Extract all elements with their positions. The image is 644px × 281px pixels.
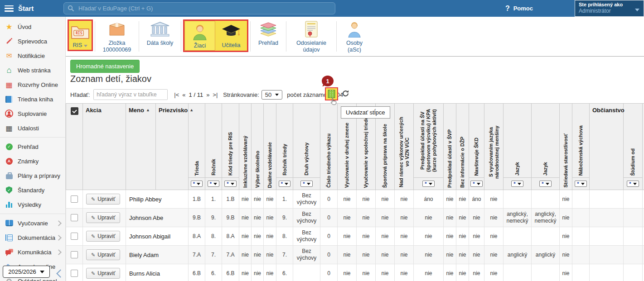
column-header-cislo-rozhodnutia-o-prijati[interactable]: Číslo rozhodnutia o prijatí xyxy=(643,104,644,190)
column-header-jazyk[interactable]: Jazyk* xyxy=(504,104,532,190)
column-filter-select[interactable]: * xyxy=(627,181,639,187)
sidebar-item-sprievodca[interactable]: Sprievodca xyxy=(0,34,65,48)
column-header-inkluzivne-vzdelavany[interactable]: Inkluzívne vzdelávaný xyxy=(239,104,252,190)
sidebar-item-vysledky[interactable]: Výsledky xyxy=(0,197,65,212)
edit-button[interactable]: ✎Upraviť xyxy=(86,212,120,223)
sidebar-item-standardy[interactable]: ✓ Štandardy xyxy=(0,183,65,197)
column-filter-select[interactable]: * xyxy=(422,181,434,187)
column-filter-select[interactable]: * xyxy=(300,181,312,187)
column-header-druh-vychovy[interactable]: Druh výchovy* xyxy=(293,104,320,190)
hamburger-menu-icon[interactable] xyxy=(5,5,14,12)
sidebar-item-znamky[interactable]: A Známky xyxy=(0,154,65,168)
column-header-s-vyucovanim-jazyka-narodnostnej-mensiny[interactable]: S vyučovaním jazyka národnostnej menšiny xyxy=(484,104,504,190)
pager-prev-button[interactable]: « xyxy=(182,91,185,98)
data-cell xyxy=(572,209,590,227)
column-header-kod-triedy-pre-ris[interactable]: Kód triedy pre RIS* xyxy=(222,104,239,190)
column-header-dualne-vzdelavanie[interactable]: Duálne vzdelávanie xyxy=(264,104,276,190)
column-header-bez-informacie-o-dzp[interactable]: Bez informácie o DŽP xyxy=(456,104,469,190)
data-cell xyxy=(572,264,590,281)
sidebar-item-triedna-kniha[interactable]: Triedna kniha xyxy=(0,92,65,106)
global-search-input[interactable] xyxy=(77,5,331,12)
sidebar-item-plany[interactable]: Plány a prípravy xyxy=(0,168,65,183)
toolbar-item-osoby[interactable]: Osoby (aSc) xyxy=(339,19,370,56)
column-header-striedava-starostlivost[interactable]: Striedavá starostlivosť xyxy=(560,104,572,190)
column-header-nabozenska-vychova[interactable]: Náboženská výchova* xyxy=(572,104,590,190)
edit-button[interactable]: ✎Upraviť xyxy=(86,249,120,260)
school-year-select[interactable]: 2025/2026 xyxy=(3,266,50,278)
column-header-nad-ramec-vykonov-urcenych-vo-vzn-vuc[interactable]: Nad rámec výkonov určených vo VZN VÚC xyxy=(395,104,414,190)
pager-last-button[interactable]: >| xyxy=(213,91,218,98)
start-menu-button[interactable]: Štart xyxy=(18,5,34,12)
column-header-obcianstvo[interactable]: Občianstvo xyxy=(590,104,624,190)
column-filter-select[interactable]: * xyxy=(279,181,291,187)
toolbar-item-ziaci[interactable]: Žiaci xyxy=(184,21,215,51)
toolbar-item-ucitelia[interactable]: Učitelia xyxy=(215,21,247,51)
table-search-input[interactable] xyxy=(93,89,168,100)
column-header-predpoklad-ucasti-na-sv-sportovom-vycviku-kpa-kurze-pohybovych-aktivit[interactable]: Predpoklad účasti na ŠV (športovom výcvi… xyxy=(414,104,444,190)
select-all-checkbox[interactable] xyxy=(71,107,78,115)
sidebar-item-web-stranka[interactable]: ⌂ Web stránka xyxy=(0,63,65,77)
column-header-cislo-triedneho-vykazu[interactable]: Číslo triedneho výkazu xyxy=(320,104,338,190)
row-action-cell: ✎Upraviť xyxy=(83,190,126,209)
column-filter-select[interactable]: * xyxy=(224,181,236,187)
column-header-navstevuje-skd[interactable]: Navštevuje ŠKD* xyxy=(469,104,484,190)
user-label: Ste prihlásený ako xyxy=(579,2,640,7)
column-label: Akcia xyxy=(83,104,126,117)
toolbar-item-prehlad[interactable]: Prehľad xyxy=(252,19,284,56)
edit-button[interactable]: ✎Upraviť xyxy=(86,231,120,242)
column-header-studium-od[interactable]: Štúdium od* xyxy=(624,104,643,190)
column-filter-select[interactable]: * xyxy=(191,181,203,187)
sidebar-item-notifikacie[interactable]: ✉ Notifikácie xyxy=(0,48,65,63)
sidebar-item-suplovanie[interactable]: Suplovanie xyxy=(0,106,65,121)
chevron-down-icon xyxy=(231,183,234,185)
column-filter-select[interactable]: * xyxy=(511,181,523,187)
sidebar-item-prehlad[interactable]: ✓ Prehľad xyxy=(0,139,65,154)
column-header-trieda[interactable]: Trieda* xyxy=(189,104,205,190)
column-header-rocnik[interactable]: Ročník* xyxy=(205,104,222,190)
column-header-jazyk[interactable]: Jazyk* xyxy=(532,104,560,190)
sidebar-item-komunikacia[interactable]: Komunikácia xyxy=(0,245,65,259)
edit-button[interactable]: ✎Upraviť xyxy=(86,268,120,279)
pager-first-button[interactable]: |< xyxy=(174,91,179,98)
global-search[interactable] xyxy=(63,2,335,14)
sidebar-item-vyucovanie[interactable]: Vyučovanie xyxy=(0,216,65,230)
toolbar-item-ris[interactable]: RIS RIS xyxy=(69,21,92,50)
sidebar-item-udalosti[interactable]: ▦ Udalosti xyxy=(0,121,65,135)
edit-button[interactable]: ✎Upraviť xyxy=(86,194,120,205)
row-checkbox[interactable] xyxy=(71,195,78,203)
column-header-rocnik-triedy[interactable]: Ročník triedy* xyxy=(276,104,293,190)
row-checkbox[interactable] xyxy=(71,214,78,221)
edit-pencil-icon: ✎ xyxy=(91,215,95,221)
column-header-akcia[interactable]: Akcia xyxy=(83,104,126,190)
graduation-cap-icon xyxy=(222,23,241,41)
column-header-vyber-skolneho[interactable]: Výber školného xyxy=(252,104,264,190)
search-icon xyxy=(68,5,74,12)
row-checkbox[interactable] xyxy=(71,251,78,258)
data-cell: 6. xyxy=(205,264,222,281)
help-button[interactable]: ? Pomoc xyxy=(505,0,533,17)
column-header-meno[interactable]: Meno▲ xyxy=(126,104,156,190)
bulk-settings-button[interactable]: Hromadné nastavenie xyxy=(70,60,140,73)
pager-next-button[interactable]: » xyxy=(206,91,209,98)
column-filter-select[interactable]: * xyxy=(470,181,482,187)
toolbar-item-odosielanie[interactable]: Odosielanie údajov xyxy=(288,19,334,56)
column-header-predpoklad-ucasti-v-svp[interactable]: Predpoklad účasti v ŠVP xyxy=(444,104,456,190)
column-header-priezvisko[interactable]: Priezvisko▲ xyxy=(156,104,189,190)
row-checkbox[interactable] xyxy=(71,233,78,240)
data-cell: 8.A xyxy=(222,227,239,246)
column-filter-select[interactable]: * xyxy=(575,181,586,187)
sidebar-item-uvod[interactable]: ★ Úvod xyxy=(0,19,65,34)
sidebar-item-rozvrhy[interactable]: ▦ Rozvrhy Online xyxy=(0,77,65,92)
sidebar-item-dokumentacia[interactable]: Dokumentácia xyxy=(0,230,65,245)
user-menu[interactable]: Ste prihlásený ako Administrátor xyxy=(575,0,644,17)
refresh-button[interactable] xyxy=(342,90,349,99)
row-checkbox[interactable] xyxy=(71,270,78,277)
data-cell xyxy=(643,246,644,264)
data-cell: nie xyxy=(456,264,469,281)
toolbar-item-zlozka[interactable]: Zložka 100000069 xyxy=(97,19,137,56)
page-size-select[interactable]: 50 xyxy=(261,90,282,100)
column-filter-select[interactable]: * xyxy=(539,181,551,187)
toolbar-item-data-skoly[interactable]: Dáta školy xyxy=(141,19,179,56)
data-cell: nie xyxy=(560,227,572,246)
column-filter-select[interactable]: * xyxy=(208,181,219,187)
